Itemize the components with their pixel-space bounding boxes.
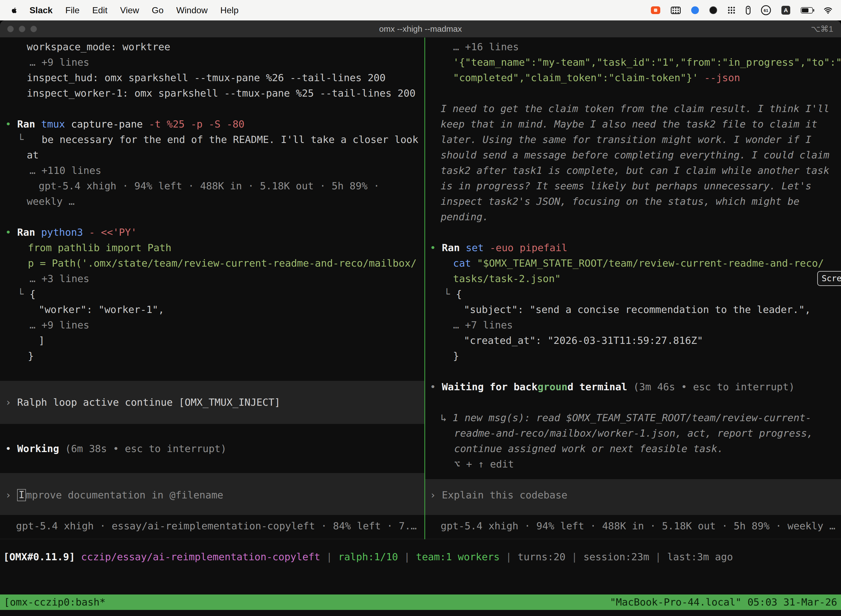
terminal-line: • Working (6m 38s • esc to interrupt) [0,441,424,456]
key-icon[interactable] [746,6,750,15]
terminal-line: '{"team_name":"my-team","task_id":"1","f… [425,55,841,70]
text-segment: └ [18,288,29,300]
text-segment: gpt-5.4 xhigh · 94% left · 488K in · 5.1… [39,180,379,192]
text-segment: › [430,489,442,501]
terminal-line [0,456,424,472]
text-segment: -euo pipefail [490,242,568,253]
keyboard-grid-icon[interactable] [671,7,681,14]
text-segment: Ran [17,119,41,130]
text-segment: inspect_worker-1: omx sparkshell --tmux-… [27,88,416,99]
text-segment: [OMX#0.11.9] [3,551,75,562]
terminal-line: … +3 lines [0,271,424,286]
text-segment: ↳ 1 new msg(s): read $OMX_TEAM_STATE_ROO… [441,412,812,423]
terminal-line: • Ran python3 - <<'PY' [0,224,424,240]
terminal-line: tasks/task-2.json" [425,271,841,286]
terminal-line: pending. [425,209,841,224]
terminal-line: readme-and-reco/mailbox/worker-1.json, a… [425,425,841,441]
text-segment: mprove documentation in @filename [26,489,223,501]
tmux-host-clock-label: "MacBook-Pro-44.local" 05:03 31-Mar-26 [610,594,837,610]
terminal-line: … +16 lines [425,39,841,55]
terminal-line: … +110 lines [0,163,424,178]
text-segment: pending. [441,211,488,223]
terminal-line: task2 after task1 is complete, but can I… [425,163,841,178]
terminal-line: I need to get the claim token from the c… [425,101,841,116]
menu-window[interactable]: Window [176,5,208,15]
input-source-icon[interactable]: A [781,6,790,15]
text-segment: Ran [442,242,466,253]
window-title-bar: omx --xhigh --madmax ⌥⌘1 [0,21,841,38]
text-segment: • [430,381,442,392]
text-segment [75,551,81,562]
terminal-line: should send a message before completing … [425,147,841,163]
terminal-line: gpt-5.4 xhigh · 94% left · 488K in · 5.1… [425,518,841,534]
menu-help[interactable]: Help [220,5,239,15]
menu-bar: Slack File Edit View Go Window Help 61 A [0,0,841,21]
screenshot-toast-label: Scre [822,273,841,283]
blue-app-icon[interactable] [691,6,699,14]
screenshot-toast[interactable]: Scre [817,271,841,286]
text-segment: set [466,242,484,253]
text-segment: Ran [17,227,41,238]
dark-app-icon[interactable] [709,6,717,14]
terminal-line: • Ran tmux capture-pane -t %25 -p -S -80 [0,116,424,132]
text-segment: p = Path('.omx/state/team/review-current… [28,258,417,269]
app-menu-slack[interactable]: Slack [29,5,53,15]
text-segment: (6m 38s • esc to interrupt) [59,443,227,454]
terminal-line: gpt-5.4 xhigh · essay/ai-reimplementatio… [0,518,424,534]
terminal-line: inspect_worker-1: omx sparkshell --tmux-… [0,85,424,101]
terminal-line: └ { [425,286,841,302]
apple-menu[interactable] [10,6,18,15]
text-segment: Working [17,443,59,454]
text-segment: … +7 lines [453,319,513,331]
text-segment: | [320,551,338,562]
text-segment: (3m 46s • esc to interrupt) [627,381,795,392]
text-segment: --json [704,72,740,84]
text-segment: Ralph loop active continue [OMX_TMUX_INJ… [17,397,280,408]
terminal-line: • Waiting for background terminal (3m 46… [425,379,841,395]
terminal-line [425,503,841,518]
menu-edit[interactable]: Edit [92,5,107,15]
menu-view[interactable]: View [120,5,139,15]
dots-grid-icon[interactable] [728,6,736,14]
wifi-icon[interactable] [823,7,833,14]
text-segment: '{"team_name":"my-team","task_id":"1","f… [453,57,841,68]
terminal: workspace_mode: worktree… +9 linesinspec… [0,38,841,616]
terminal-line: "created_at": "2026-03-31T11:59:27.816Z" [425,333,841,348]
terminal-line: continue assigned work or next feasible … [425,441,841,456]
window-title: omx --xhigh --madmax [0,24,841,34]
terminal-line: later. Using the same for transition mig… [425,132,841,147]
terminal-line [425,85,841,101]
menu-file[interactable]: File [65,5,80,15]
text-segment: capture-pane [65,119,149,130]
terminal-line: … +7 lines [425,317,841,333]
terminal-line [0,209,424,224]
terminal-line [0,425,424,441]
terminal-line [425,472,841,487]
pane-divider[interactable] [424,38,425,539]
terminal-line: … +9 lines [0,55,424,70]
terminal-cursor: I [17,489,26,501]
battery-percent-badge[interactable]: 61 [761,5,771,15]
text-segment: { [456,288,462,300]
text-segment: … +3 lines [29,273,89,284]
terminal-line: └ { [0,286,424,302]
text-segment: python3 [41,227,83,238]
text-segment: continue assigned work or next feasible … [454,443,723,454]
battery-icon[interactable] [801,7,813,13]
text-segment: ⌥ + ↑ edit [454,458,514,470]
screen-recording-indicator-icon[interactable] [651,6,660,14]
text-segment: tasks/task-2.json" [453,273,561,284]
terminal-line [0,379,424,395]
text-segment: workspace_mode: worktree [27,41,170,53]
text-segment: "completed","claim_token":"claim-token"}… [453,72,704,84]
text-segment: team:1 workers [416,551,500,562]
menu-go[interactable]: Go [152,5,164,15]
text-segment: • [5,227,17,238]
terminal-line [425,364,841,379]
terminal-line: "subject": "send a concise recommendatio… [425,302,841,317]
text-segment: ] [39,335,45,346]
terminal-line: … +9 lines [0,317,424,333]
text-segment: keep that in mind. Maybe I also need the… [441,119,817,130]
terminal-line: } [0,348,424,364]
text-segment: d terminal [568,381,627,392]
